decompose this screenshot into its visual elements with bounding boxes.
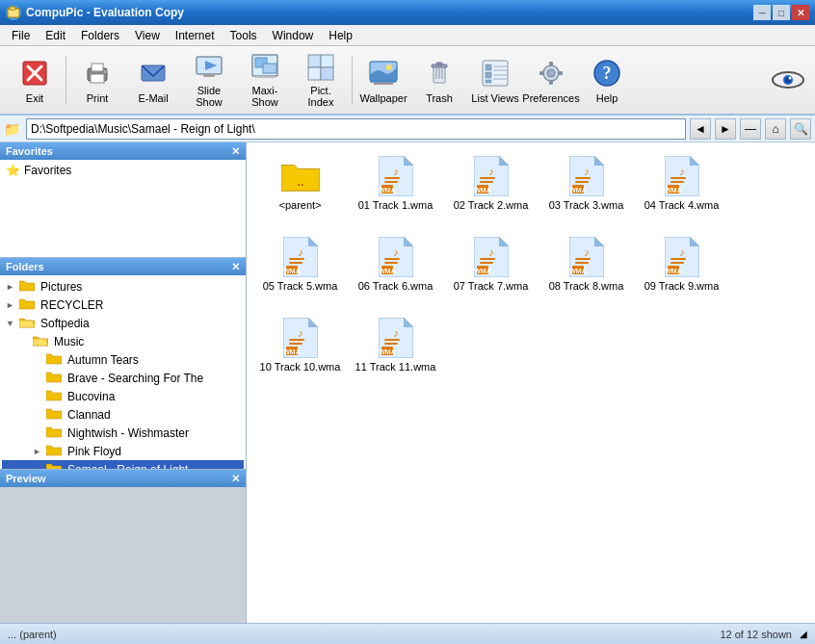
svg-rect-76 [670, 181, 684, 183]
address-input[interactable] [26, 118, 686, 140]
toolbar-btn-preferences[interactable]: Preferences [524, 50, 578, 110]
tree-item-pink-floyd[interactable]: ►Pink Floyd [2, 442, 244, 460]
tree-item-nightwish---wishmaster[interactable]: Nightwish - Wishmaster [2, 424, 244, 442]
svg-marker-67 [594, 156, 604, 166]
nav-search-button[interactable]: 🔍 [790, 118, 811, 140]
file-name-label: 05 Track 5.wma [263, 280, 338, 293]
svg-text:WMA: WMA [283, 268, 301, 274]
svg-marker-60 [499, 156, 509, 166]
wallpaper-icon [366, 56, 401, 90]
favorites-item[interactable]: ⭐ Favorites [2, 162, 244, 179]
toolbar-btn-help[interactable]: ?Help [580, 50, 634, 110]
svg-text:♪: ♪ [488, 246, 494, 258]
nav-up-button[interactable]: — [740, 118, 761, 140]
file-item[interactable]: ♪ WMA 05 Track 5.wma [254, 231, 346, 308]
file-item[interactable]: ♪ WMA 02 Track 2.wma [445, 150, 537, 227]
toolbar-btn-wallpaper[interactable]: Wallpaper [356, 50, 410, 110]
preview-close-button[interactable]: ✕ [231, 473, 240, 485]
toolbar-btn-exit[interactable]: Exit [8, 50, 62, 110]
tree-item-softpedia[interactable]: ▼Softpedia [2, 314, 244, 332]
file-item[interactable]: ♪ WMA 08 Track 8.wma [540, 231, 632, 308]
file-name-label: <parent> [278, 199, 321, 212]
svg-text:♪: ♪ [584, 246, 590, 258]
minimize-button[interactable]: ─ [753, 5, 771, 20]
file-item[interactable]: ♪ WMA 10 Track 10.wma [254, 312, 346, 389]
tree-item-bucovina[interactable]: Bucovina [2, 387, 244, 405]
file-item[interactable]: ♪ WMA 11 Track 11.wma [350, 312, 441, 389]
svg-marker-53 [404, 156, 413, 166]
file-name-label: 02 Track 2.wma [454, 199, 529, 212]
file-name-label: 11 Track 11.wma [355, 361, 436, 374]
toolbar-btn-email[interactable]: E-Mail [126, 50, 180, 110]
tree-item-clannad[interactable]: Clannad [2, 405, 244, 424]
file-item[interactable]: ♪ WMA 04 Track 4.wma [636, 150, 727, 227]
svg-rect-36 [493, 69, 507, 71]
svg-text:♪: ♪ [393, 327, 399, 339]
menu-item-internet[interactable]: Internet [168, 27, 223, 44]
menu-item-folders[interactable]: Folders [73, 27, 127, 44]
file-item[interactable]: ♪ WMA 03 Track 3.wma [540, 150, 632, 227]
svg-text:♪: ♪ [584, 166, 590, 177]
svg-marker-123 [404, 318, 413, 327]
exit-icon [17, 56, 52, 90]
preferences-icon [534, 56, 568, 90]
svg-point-40 [547, 69, 555, 77]
nav-back-button[interactable]: ◄ [690, 118, 711, 140]
toolbar-btn-label-email: E-Mail [138, 92, 168, 104]
svg-rect-124 [384, 339, 400, 341]
svg-rect-61 [480, 177, 495, 179]
toolbar-btn-label-help: Help [596, 92, 618, 104]
menu-item-file[interactable]: File [4, 27, 38, 44]
menu-item-view[interactable]: View [127, 27, 168, 44]
tree-item-recycler[interactable]: ►RECYCLER [2, 296, 244, 314]
toolbar-btn-slideshow[interactable]: Slide Show [182, 50, 236, 110]
svg-rect-69 [575, 181, 589, 183]
toolbar-btn-listviews[interactable]: List Views [468, 50, 522, 110]
pictindex-icon [303, 52, 338, 83]
svg-rect-38 [493, 78, 507, 80]
file-item[interactable]: ♪ WMA 01 Track 1.wma [350, 150, 441, 227]
toolbar-btn-print[interactable]: Print [70, 50, 124, 110]
svg-rect-111 [670, 262, 684, 264]
tree-item-samael---reign-of-light[interactable]: Samael - Reign of Light [2, 460, 244, 469]
tree-item-music[interactable]: Music [2, 332, 244, 350]
favorites-header: Favorites ✕ [0, 142, 246, 160]
menu-item-tools[interactable]: Tools [223, 27, 265, 44]
menu-item-edit[interactable]: Edit [38, 27, 73, 44]
file-item[interactable]: ♪ WMA 06 Track 6.wma [350, 231, 441, 308]
toolbar-btn-label-preferences: Preferences [522, 92, 579, 104]
wma-file-icon: ♪ WMA [377, 238, 415, 276]
svg-rect-24 [374, 83, 393, 85]
toolbar-btn-label-trash: Trash [426, 92, 453, 104]
file-item[interactable]: ♪ WMA 09 Track 9.wma [636, 231, 727, 308]
file-item[interactable]: .. <parent> [254, 150, 346, 227]
toolbar-btn-trash[interactable]: Trash [412, 50, 466, 110]
nav-forward-button[interactable]: ► [715, 118, 736, 140]
favorites-panel: Favorites ✕ ⭐ Favorites [0, 142, 246, 258]
file-item[interactable]: ♪ WMA 07 Track 7.wma [445, 231, 537, 308]
nav-home-button[interactable]: ⌂ [765, 118, 786, 140]
svg-text:♪: ♪ [679, 246, 685, 258]
favorites-close-button[interactable]: ✕ [231, 145, 240, 158]
svg-point-23 [386, 64, 392, 70]
toolbar-btn-maxishow[interactable]: Maxi-Show [238, 50, 292, 110]
tree-item-autumn-tears[interactable]: Autumn Tears [2, 350, 244, 369]
maximize-button[interactable]: □ [773, 5, 790, 20]
tree-item-label: Music [54, 335, 84, 348]
svg-rect-103 [575, 258, 591, 260]
svg-rect-6 [92, 64, 103, 71]
svg-text:♪: ♪ [393, 166, 399, 177]
svg-rect-7 [91, 74, 104, 83]
tree-item-brave---searching-for-the[interactable]: Brave - Searching For The [2, 369, 244, 387]
tree-item-pictures[interactable]: ►Pictures [2, 277, 244, 296]
menu-item-window[interactable]: Window [265, 27, 322, 44]
close-button[interactable]: ✕ [792, 5, 809, 20]
folders-close-button[interactable]: ✕ [231, 261, 240, 273]
main-layout: Favorites ✕ ⭐ Favorites Folders ✕ ►Pictu… [0, 142, 815, 623]
preview-content [0, 487, 246, 623]
svg-rect-90 [384, 262, 398, 264]
menu-item-help[interactable]: Help [321, 27, 360, 44]
svg-rect-27 [436, 63, 442, 65]
favorites-content: ⭐ Favorites [0, 160, 246, 257]
toolbar-btn-pictindex[interactable]: Pict. Index [294, 50, 348, 110]
